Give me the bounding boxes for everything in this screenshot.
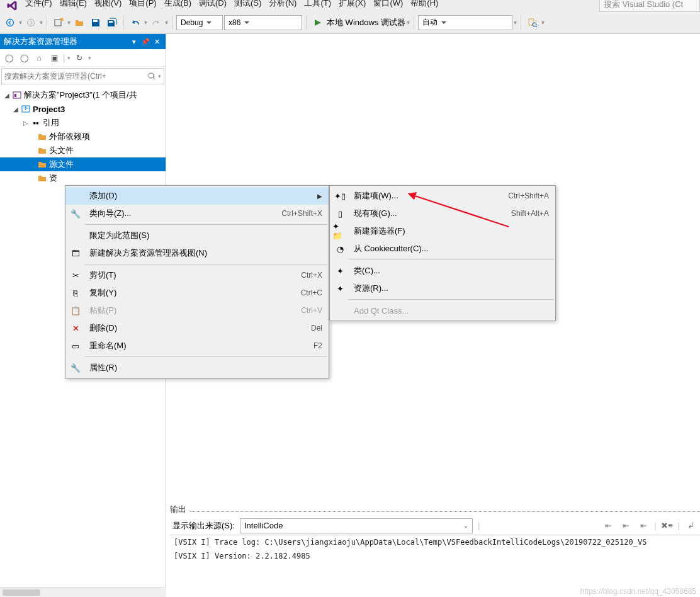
extdeps-label: 外部依赖项: [48, 131, 90, 142]
context-menu: 添加(D)▶ 🔧类向导(Z)...Ctrl+Shift+X 限定为此范围(S) …: [65, 185, 329, 378]
tree-solution[interactable]: ◢ 解决方案"Project3"(1 个项目/共: [0, 88, 166, 102]
start-debug-icon[interactable]: [310, 15, 325, 30]
wrap-icon[interactable]: ↲: [684, 519, 697, 533]
nav-back-drop[interactable]: ▾: [19, 19, 22, 26]
fwd-icon[interactable]: ◯: [18, 52, 30, 64]
cookie-icon: ◔: [332, 242, 347, 255]
tree-ext-deps[interactable]: 外部依赖项: [0, 130, 166, 144]
tree-resources[interactable]: 资: [0, 171, 166, 185]
quick-launch-input[interactable]: 搜索 Visual Studio (Ct: [599, 0, 700, 12]
svg-point-1: [28, 19, 35, 26]
new-project-icon[interactable]: [51, 15, 66, 30]
ctx-new-filter[interactable]: ✦📁新建筛选器(F): [330, 222, 555, 240]
save-icon[interactable]: [88, 15, 103, 30]
tree-sources[interactable]: 源文件: [0, 157, 166, 171]
solution-search[interactable]: ▾: [1, 68, 164, 84]
svg-rect-9: [13, 92, 21, 98]
ctx-class[interactable]: ✦类(C)...: [330, 262, 555, 280]
menu-help[interactable]: 帮助(H): [407, 0, 442, 9]
find-drop[interactable]: ▾: [541, 19, 545, 26]
menu-analyze[interactable]: 分析(N): [265, 0, 300, 9]
ctx-cookiecutter[interactable]: ◔从 Cookiecutter(C)...: [330, 240, 555, 258]
output-source-select[interactable]: IntelliCode⌄: [240, 518, 473, 533]
solution-search-input[interactable]: [4, 72, 147, 81]
ctx-resource[interactable]: ✦资源(R)...: [330, 280, 555, 297]
wizard-icon: 🔧: [68, 207, 83, 220]
folder-icon: [37, 145, 48, 156]
redo-drop[interactable]: ▾: [165, 19, 168, 26]
tree-headers[interactable]: 头文件: [0, 144, 166, 157]
menu-view[interactable]: 视图(V): [91, 0, 125, 9]
ctx-cut[interactable]: ✂剪切(T)Ctrl+X: [65, 266, 329, 284]
newview-icon: 🗔: [68, 247, 83, 259]
search-icon[interactable]: [147, 72, 156, 81]
menu-file[interactable]: 文件(F): [21, 0, 56, 9]
nav-fwd-icon[interactable]: [23, 15, 38, 30]
sources-label: 源文件: [48, 159, 74, 170]
platform-select[interactable]: x86: [224, 15, 302, 30]
start-debug-drop[interactable]: ▾: [407, 19, 410, 26]
new-project-drop[interactable]: ▾: [67, 19, 71, 26]
ctx-new-view[interactable]: 🗔新建解决方案资源管理器视图(N): [65, 244, 329, 262]
clear-output-icon[interactable]: ✖≡: [660, 519, 674, 533]
ctx-rename[interactable]: ▭重命名(M)F2: [65, 337, 329, 355]
panel-title-bar[interactable]: 解决方案资源管理器 ▾ 📌 ✕: [0, 34, 166, 49]
nav-fwd-drop[interactable]: ▾: [40, 19, 43, 26]
out-icon-3[interactable]: ⇤: [636, 519, 650, 533]
pin-icon[interactable]: 📌: [140, 38, 150, 46]
config-select[interactable]: Debug: [176, 15, 223, 30]
menu-ext[interactable]: 扩展(X): [335, 0, 370, 9]
out-icon-2[interactable]: ⇤: [619, 519, 633, 533]
menu-tools[interactable]: 工具(T): [300, 0, 335, 9]
save-all-icon[interactable]: [104, 15, 120, 30]
close-icon[interactable]: ✕: [152, 38, 162, 46]
ctx-delete[interactable]: ✕删除(D)Del: [65, 319, 329, 337]
svg-point-3: [60, 18, 63, 21]
undo-icon[interactable]: [128, 15, 143, 30]
threads-extra-drop[interactable]: ▾: [514, 19, 517, 26]
home-icon[interactable]: ⌂: [33, 52, 45, 64]
ctx-properties[interactable]: 🔧属性(R): [65, 359, 329, 377]
threads-select[interactable]: 自动: [418, 15, 512, 30]
ctx-existing-item[interactable]: ▯现有项(G)...Shift+Alt+A: [330, 205, 555, 222]
refresh-icon[interactable]: ↻: [73, 52, 86, 64]
redo-icon[interactable]: [149, 15, 164, 30]
ctx-copy[interactable]: ⎘复制(Y)Ctrl+C: [65, 284, 329, 302]
ctx-class-wizard[interactable]: 🔧类向导(Z)...Ctrl+Shift+X: [65, 205, 329, 222]
menu-build[interactable]: 生成(B): [161, 0, 195, 9]
menu-debug[interactable]: 调试(D): [195, 0, 230, 9]
find-in-files-icon[interactable]: [525, 15, 540, 30]
menu-window[interactable]: 窗口(W): [370, 0, 407, 9]
ctx-add[interactable]: 添加(D)▶: [65, 187, 329, 205]
resources-label: 资: [48, 173, 57, 184]
solution-explorer-toolbar: ◯ ◯ ⌂ ▣ | ▾ ↻ ▾: [0, 49, 166, 67]
newfile-icon: ✦▯: [332, 190, 347, 202]
output-line-1: [VSIX I] Trace log: C:\Users\jiangxiaoju…: [170, 535, 700, 549]
nav-back-icon[interactable]: [3, 15, 18, 30]
start-debug-label[interactable]: 本地 Windows 调试器: [327, 17, 405, 28]
project-label: Project3: [31, 105, 65, 114]
undo-drop[interactable]: ▾: [144, 19, 147, 26]
paste-icon: 📋: [68, 304, 83, 317]
tree-references[interactable]: ▷ ▪▪ 引用: [0, 116, 166, 130]
panel-title: 解决方案资源管理器: [4, 36, 77, 47]
ctx-scope[interactable]: 限定为此范围(S): [65, 227, 329, 244]
menu-test[interactable]: 测试(S): [230, 0, 265, 9]
newfolder-icon: ✦📁: [332, 225, 347, 237]
open-icon[interactable]: [72, 15, 87, 30]
back-icon[interactable]: ◯: [3, 52, 15, 64]
resource-icon: ✦: [332, 282, 347, 295]
sync-icon[interactable]: ▣: [48, 52, 60, 64]
svg-rect-6: [529, 19, 534, 25]
ctx-add-qt: Add Qt Class...: [330, 302, 555, 319]
tree-project[interactable]: ◢ ++ Project3: [0, 102, 166, 116]
menu-project[interactable]: 项目(P): [125, 0, 160, 9]
solution-label: 解决方案"Project3"(1 个项目/共: [23, 89, 137, 101]
output-source-label: 显示输出来源(S):: [172, 520, 235, 532]
solution-icon: [11, 89, 23, 101]
ctx-new-item[interactable]: ✦▯新建项(W)...Ctrl+Shift+A: [330, 187, 555, 205]
menu-edit[interactable]: 编辑(E): [56, 0, 91, 9]
out-icon-1[interactable]: ⇤: [601, 519, 615, 533]
panel-dropdown-icon[interactable]: ▾: [129, 38, 139, 46]
refs-label: 引用: [42, 117, 59, 128]
